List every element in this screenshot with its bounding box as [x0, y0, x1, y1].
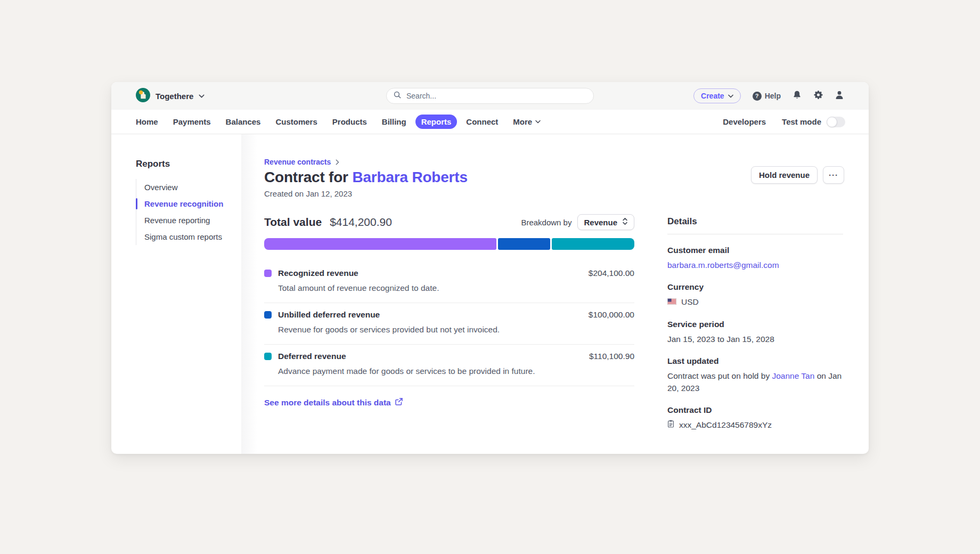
account-switcher[interactable]: Togethere [136, 88, 205, 104]
test-mode-group: Test mode [782, 117, 845, 127]
settings-button[interactable] [813, 90, 823, 102]
columns: Total value $414,200.90 Breakdown by Rev… [264, 214, 844, 431]
help-label: Help [765, 92, 781, 100]
app-window: Togethere Create ? Help [111, 82, 869, 454]
nav-item-more[interactable]: More [507, 115, 546, 129]
sidebar-item-sigma-custom-reports[interactable]: Sigma custom reports [136, 229, 241, 245]
account-menu-button[interactable] [835, 90, 844, 102]
revenue-row-deferred: Deferred revenue $110,100.90 Advance pay… [264, 345, 634, 386]
revenue-row-unbilled-deferred: Unbilled deferred revenue $100,000.00 Re… [264, 303, 634, 345]
create-button-label: Create [701, 92, 724, 100]
service-period-value: Jan 15, 2023 to Jan 15, 2028 [667, 333, 843, 345]
nav-item-connect[interactable]: Connect [460, 115, 504, 129]
detail-label: Customer email [667, 246, 843, 255]
sidebar-divider [241, 134, 257, 454]
hold-revenue-button[interactable]: Hold revenue [751, 166, 818, 184]
developers-link[interactable]: Developers [723, 117, 766, 126]
see-more-link[interactable]: See more details about this data [264, 398, 634, 408]
revenue-row-label: Recognized revenue [278, 268, 358, 278]
last-updated-prefix: Contract was put on hold by [667, 371, 772, 380]
nav-item-payments[interactable]: Payments [167, 115, 217, 129]
revenue-row-description: Revenue for goods or services provided b… [278, 325, 634, 335]
detail-customer-email: Customer email barbara.m.roberts@gmail.c… [667, 246, 843, 271]
breakdown-group: Breakdown by Revenue [521, 214, 634, 230]
contract-id-text: xxx_AbCd123456789xYz [679, 419, 772, 431]
search-input[interactable] [405, 91, 586, 101]
nav-item-customers[interactable]: Customers [270, 115, 323, 129]
nav-item-balances[interactable]: Balances [220, 115, 267, 129]
sidebar-item-overview[interactable]: Overview [136, 179, 241, 195]
detail-contract-id: Contract ID xxx_AbCd123456789xYz [667, 405, 843, 431]
created-date: Created on Jan 12, 2023 [264, 189, 468, 198]
page-title-prefix: Contract for [264, 169, 352, 185]
bar-segment-recognized [264, 238, 496, 250]
overflow-menu-button[interactable]: ··· [823, 166, 844, 184]
page-actions: Hold revenue ··· [751, 166, 844, 184]
page-title-customer-name: Barbara Roberts [352, 169, 467, 185]
customer-email-link[interactable]: barbara.m.roberts@gmail.com [667, 259, 843, 271]
legend-dot-deferred [264, 353, 272, 360]
report-column: Total value $414,200.90 Breakdown by Rev… [264, 214, 634, 431]
contract-id-value: xxx_AbCd123456789xYz [667, 419, 843, 431]
detail-label: Currency [667, 282, 843, 292]
page-header: Revenue contracts Contract for Barbara R… [264, 158, 844, 198]
test-mode-toggle[interactable] [827, 117, 845, 127]
last-updated-value: Contract was put on hold by Joanne Tan o… [667, 370, 843, 394]
gear-icon [813, 90, 823, 102]
total-value-label: Total value [264, 216, 322, 229]
search-bar[interactable] [386, 88, 594, 104]
notifications-button[interactable] [793, 90, 802, 102]
detail-label: Service period [667, 320, 843, 329]
top-bar: Togethere Create ? Help [111, 82, 869, 110]
brand-name: Togethere [156, 92, 193, 101]
chevron-down-icon [728, 94, 733, 98]
revenue-row-description: Advance payment made for goods or servic… [278, 366, 634, 376]
revenue-row-head: Unbilled deferred revenue $100,000.00 [264, 310, 634, 320]
sidebar-title: Reports [136, 159, 241, 169]
detail-currency: Currency USD [667, 282, 843, 308]
nav-item-billing[interactable]: Billing [376, 115, 412, 129]
revenue-row-label: Deferred revenue [278, 352, 346, 361]
revenue-row-amount: $100,000.00 [589, 310, 634, 320]
page-header-left: Revenue contracts Contract for Barbara R… [264, 158, 468, 198]
total-row: Total value $414,200.90 Breakdown by Rev… [264, 214, 634, 230]
help-button[interactable]: ? Help [753, 92, 781, 101]
see-more-label: See more details about this data [264, 398, 391, 408]
us-flag-icon [667, 296, 676, 308]
breakdown-selected-value: Revenue [584, 218, 617, 227]
sort-arrows-icon [622, 217, 628, 227]
nav-item-reports[interactable]: Reports [415, 115, 458, 129]
bell-icon [793, 90, 802, 102]
nav-right: Developers Test mode [723, 117, 845, 127]
revenue-row-amount: $204,100.00 [589, 268, 634, 278]
revenue-row-head: Recognized revenue $204,100.00 [264, 268, 634, 278]
sidebar-item-revenue-recognition[interactable]: Revenue recognition [136, 195, 241, 212]
breakdown-by-label: Breakdown by [521, 218, 571, 227]
revenue-row-recognized: Recognized revenue $204,100.00 Total amo… [264, 262, 634, 303]
revenue-row-head: Deferred revenue $110,100.90 [264, 352, 634, 361]
last-updated-user-link[interactable]: Joanne Tan [772, 371, 814, 380]
toggle-knob [827, 117, 837, 127]
bar-segment-unbilled-deferred [498, 238, 550, 250]
details-panel: Details Customer email barbara.m.roberts… [667, 214, 843, 431]
breakdown-select[interactable]: Revenue [577, 214, 634, 230]
nav-item-products[interactable]: Products [326, 115, 373, 129]
create-button[interactable]: Create [693, 88, 741, 103]
user-icon [835, 90, 844, 102]
content: Reports Overview Revenue recognition Rev… [111, 134, 869, 454]
clipboard-icon[interactable] [667, 419, 674, 431]
nav-item-more-label: More [513, 117, 532, 126]
sidebar-item-revenue-reporting[interactable]: Revenue reporting [136, 212, 241, 229]
chevron-down-icon [199, 94, 205, 98]
breadcrumb-link[interactable]: Revenue contracts [264, 158, 331, 166]
sidebar-items: Overview Revenue recognition Revenue rep… [136, 179, 241, 245]
detail-service-period: Service period Jan 15, 2023 to Jan 15, 2… [667, 320, 843, 345]
page-title: Contract for Barbara Roberts [264, 169, 468, 186]
total-value-amount: $414,200.90 [330, 216, 392, 229]
topbar-right: Create ? Help [594, 88, 844, 103]
nav-item-home[interactable]: Home [130, 115, 164, 129]
legend-dot-recognized [264, 270, 272, 277]
detail-label: Last updated [667, 356, 843, 366]
topbar-left: Togethere [136, 88, 386, 104]
main-area: Revenue contracts Contract for Barbara R… [257, 134, 869, 454]
